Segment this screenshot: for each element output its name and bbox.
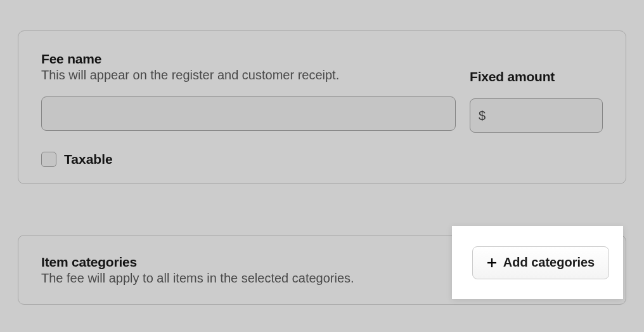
fee-name-label: Fee name <box>41 51 456 67</box>
currency-prefix: $ <box>479 109 486 123</box>
fixed-amount-section: Fixed amount $ <box>470 51 603 133</box>
add-categories-button[interactable]: Add categories <box>472 246 609 279</box>
fee-name-input[interactable] <box>41 96 456 131</box>
taxable-label: Taxable <box>64 152 113 167</box>
add-categories-label: Add categories <box>503 255 595 270</box>
plus-icon <box>487 258 497 268</box>
taxable-checkbox[interactable] <box>41 152 56 167</box>
fee-card: Fee name This will appear on the registe… <box>18 30 626 184</box>
fee-name-help: This will appear on the register and cus… <box>41 68 456 83</box>
item-categories-help: The fee will apply to all items in the s… <box>41 271 354 286</box>
fixed-amount-label: Fixed amount <box>470 69 603 84</box>
fee-name-section: Fee name This will appear on the registe… <box>41 51 456 133</box>
item-categories-title: Item categories <box>41 255 354 270</box>
spotlight-region: Add categories <box>452 226 623 299</box>
fixed-amount-input[interactable] <box>470 98 603 133</box>
